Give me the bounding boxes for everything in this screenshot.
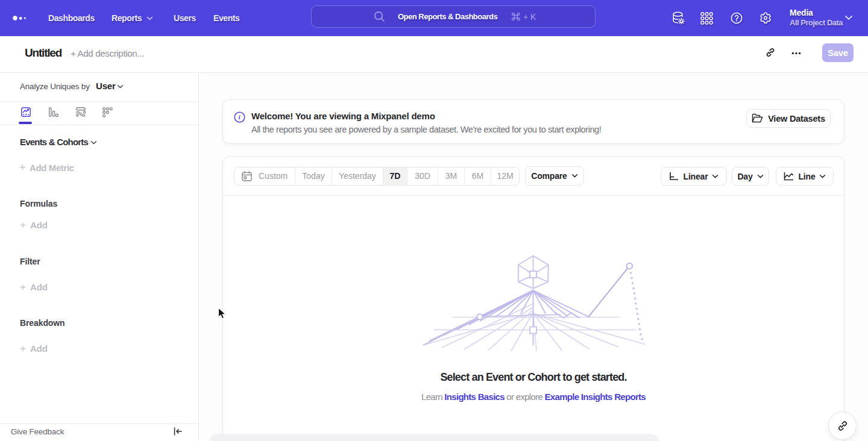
svg-text:i: i <box>239 113 241 120</box>
